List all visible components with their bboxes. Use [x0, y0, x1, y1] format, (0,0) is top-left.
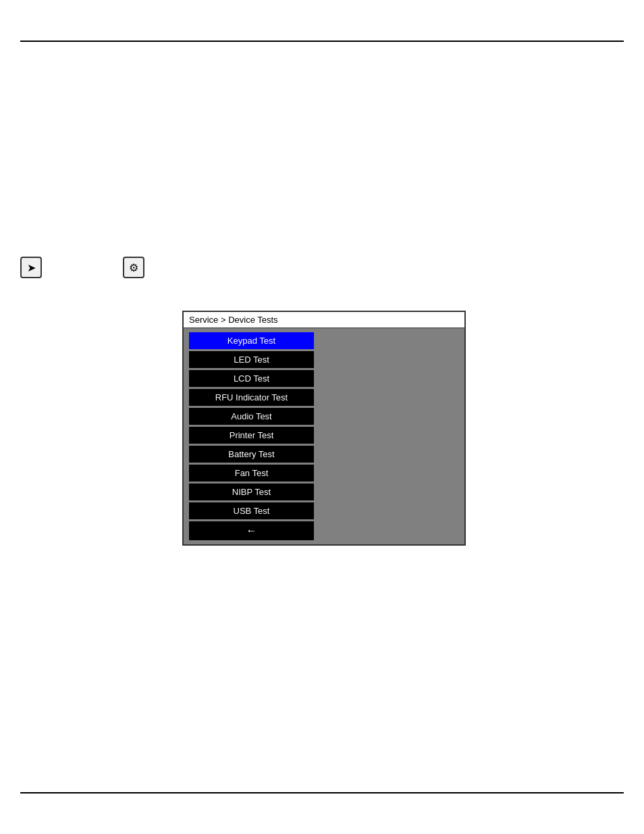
menu-back-button[interactable]: ←: [189, 521, 314, 540]
menu-item-nibp-test[interactable]: NIBP Test: [189, 484, 314, 500]
menu-item-lcd-test[interactable]: LCD Test: [189, 370, 314, 387]
menu-items-list: Keypad Test LED Test LCD Test RFU Indica…: [184, 328, 464, 544]
back-icon[interactable]: ➤: [20, 257, 42, 278]
menu-item-printer-test[interactable]: Printer Test: [189, 427, 314, 444]
device-tests-menu: Service > Device Tests Keypad Test LED T…: [182, 311, 466, 546]
settings-icon[interactable]: ⚙: [123, 257, 144, 278]
icon-area: ➤ ⚙: [20, 257, 144, 278]
menu-item-usb-test[interactable]: USB Test: [189, 502, 314, 519]
menu-item-keypad-test[interactable]: Keypad Test: [189, 332, 314, 349]
top-divider: [20, 41, 624, 42]
menu-item-fan-test[interactable]: Fan Test: [189, 465, 314, 481]
bottom-divider: [20, 792, 624, 793]
menu-item-audio-test[interactable]: Audio Test: [189, 408, 314, 425]
menu-item-rfu-indicator-test[interactable]: RFU Indicator Test: [189, 389, 314, 406]
menu-header: Service > Device Tests: [184, 312, 464, 328]
menu-item-battery-test[interactable]: Battery Test: [189, 446, 314, 463]
menu-item-led-test[interactable]: LED Test: [189, 351, 314, 368]
